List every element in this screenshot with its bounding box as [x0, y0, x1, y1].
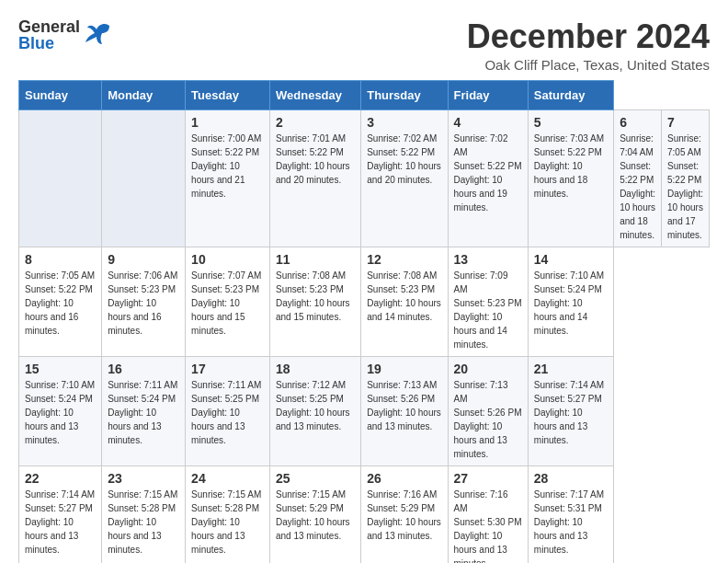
day-info: Sunrise: 7:06 AMSunset: 5:23 PMDaylight:… — [108, 269, 179, 338]
day-number: 10 — [191, 252, 264, 267]
day-info: Sunrise: 7:12 AMSunset: 5:25 PMDaylight:… — [276, 378, 355, 433]
day-info: Sunrise: 7:01 AMSunset: 5:22 PMDaylight:… — [276, 132, 355, 187]
day-number: 26 — [367, 471, 441, 486]
day-number: 6 — [620, 115, 655, 130]
day-info: Sunrise: 7:16 AMSunset: 5:29 PMDaylight:… — [367, 488, 441, 543]
title-block: December 2024 Oak Cliff Place, Texas, Un… — [467, 18, 710, 73]
day-number: 19 — [367, 362, 441, 376]
weekday-header-thursday: Thursday — [361, 80, 448, 109]
day-number: 25 — [276, 471, 355, 486]
day-number: 14 — [534, 252, 608, 267]
day-info: Sunrise: 7:13 AMSunset: 5:26 PMDaylight:… — [367, 378, 441, 433]
day-cell-6: 6Sunrise: 7:04 AMSunset: 5:22 PMDaylight… — [614, 109, 662, 247]
day-cell-18: 18Sunrise: 7:12 AMSunset: 5:25 PMDayligh… — [270, 356, 361, 465]
day-number: 12 — [367, 252, 441, 267]
day-info: Sunrise: 7:14 AMSunset: 5:27 PMDaylight:… — [534, 378, 608, 447]
day-number: 21 — [534, 362, 608, 376]
day-cell-12: 12Sunrise: 7:08 AMSunset: 5:23 PMDayligh… — [361, 247, 448, 356]
day-info: Sunrise: 7:10 AMSunset: 5:24 PMDaylight:… — [534, 269, 608, 338]
day-cell-27: 27Sunrise: 7:16 AMSunset: 5:30 PMDayligh… — [448, 465, 528, 563]
day-info: Sunrise: 7:13 AMSunset: 5:26 PMDaylight:… — [454, 378, 522, 461]
empty-cell — [19, 109, 102, 247]
day-number: 11 — [276, 252, 355, 267]
day-number: 18 — [276, 362, 355, 376]
day-cell-17: 17Sunrise: 7:11 AMSunset: 5:25 PMDayligh… — [186, 356, 270, 465]
day-number: 2 — [276, 115, 355, 130]
day-info: Sunrise: 7:11 AMSunset: 5:25 PMDaylight:… — [191, 378, 264, 447]
day-cell-26: 26Sunrise: 7:16 AMSunset: 5:29 PMDayligh… — [361, 465, 448, 563]
day-info: Sunrise: 7:15 AMSunset: 5:28 PMDaylight:… — [191, 488, 264, 557]
day-info: Sunrise: 7:11 AMSunset: 5:24 PMDaylight:… — [108, 378, 179, 447]
day-info: Sunrise: 7:15 AMSunset: 5:28 PMDaylight:… — [108, 488, 179, 557]
day-number: 13 — [454, 252, 522, 267]
day-info: Sunrise: 7:17 AMSunset: 5:31 PMDaylight:… — [534, 488, 608, 557]
day-cell-4: 4Sunrise: 7:02 AMSunset: 5:22 PMDaylight… — [448, 109, 528, 247]
day-number: 5 — [534, 115, 608, 130]
day-cell-20: 20Sunrise: 7:13 AMSunset: 5:26 PMDayligh… — [448, 356, 528, 465]
logo: General Blue — [18, 18, 113, 52]
day-cell-2: 2Sunrise: 7:01 AMSunset: 5:22 PMDaylight… — [270, 109, 361, 247]
day-number: 17 — [191, 362, 264, 376]
day-cell-22: 22Sunrise: 7:14 AMSunset: 5:27 PMDayligh… — [19, 465, 102, 563]
day-info: Sunrise: 7:09 AMSunset: 5:23 PMDaylight:… — [454, 269, 522, 351]
logo-general: General — [18, 18, 80, 35]
day-number: 7 — [667, 115, 703, 130]
day-cell-21: 21Sunrise: 7:14 AMSunset: 5:27 PMDayligh… — [528, 356, 613, 465]
empty-cell — [102, 109, 186, 247]
day-number: 1 — [191, 115, 264, 130]
day-number: 22 — [25, 471, 96, 486]
day-info: Sunrise: 7:14 AMSunset: 5:27 PMDaylight:… — [25, 488, 96, 557]
day-info: Sunrise: 7:02 AMSunset: 5:22 PMDaylight:… — [367, 132, 441, 187]
day-cell-25: 25Sunrise: 7:15 AMSunset: 5:29 PMDayligh… — [270, 465, 361, 563]
day-number: 16 — [108, 362, 179, 376]
day-number: 24 — [191, 471, 264, 486]
day-cell-5: 5Sunrise: 7:03 AMSunset: 5:22 PMDaylight… — [528, 109, 613, 247]
day-info: Sunrise: 7:05 AMSunset: 5:22 PMDaylight:… — [667, 132, 703, 242]
calendar-week-3: 15Sunrise: 7:10 AMSunset: 5:24 PMDayligh… — [19, 356, 710, 465]
day-cell-14: 14Sunrise: 7:10 AMSunset: 5:24 PMDayligh… — [528, 247, 613, 356]
day-cell-16: 16Sunrise: 7:11 AMSunset: 5:24 PMDayligh… — [102, 356, 186, 465]
calendar-table: SundayMondayTuesdayWednesdayThursdayFrid… — [18, 80, 710, 563]
weekday-header-wednesday: Wednesday — [270, 80, 361, 109]
day-info: Sunrise: 7:10 AMSunset: 5:24 PMDaylight:… — [25, 378, 96, 447]
day-info: Sunrise: 7:04 AMSunset: 5:22 PMDaylight:… — [620, 132, 655, 242]
day-number: 3 — [367, 115, 441, 130]
day-number: 9 — [108, 252, 179, 267]
day-cell-3: 3Sunrise: 7:02 AMSunset: 5:22 PMDaylight… — [361, 109, 448, 247]
day-info: Sunrise: 7:05 AMSunset: 5:22 PMDaylight:… — [25, 269, 96, 338]
weekday-header-friday: Friday — [448, 80, 528, 109]
day-cell-13: 13Sunrise: 7:09 AMSunset: 5:23 PMDayligh… — [448, 247, 528, 356]
day-cell-15: 15Sunrise: 7:10 AMSunset: 5:24 PMDayligh… — [19, 356, 102, 465]
day-cell-1: 1Sunrise: 7:00 AMSunset: 5:22 PMDaylight… — [186, 109, 270, 247]
day-cell-10: 10Sunrise: 7:07 AMSunset: 5:23 PMDayligh… — [186, 247, 270, 356]
page-header: General Blue December 2024 Oak Cliff Pla… — [18, 18, 710, 73]
weekday-header-saturday: Saturday — [528, 80, 613, 109]
calendar-week-2: 8Sunrise: 7:05 AMSunset: 5:22 PMDaylight… — [19, 247, 710, 356]
weekday-header-monday: Monday — [102, 80, 186, 109]
day-cell-7: 7Sunrise: 7:05 AMSunset: 5:22 PMDaylight… — [662, 109, 710, 247]
calendar-week-4: 22Sunrise: 7:14 AMSunset: 5:27 PMDayligh… — [19, 465, 710, 563]
weekday-header-tuesday: Tuesday — [186, 80, 270, 109]
day-info: Sunrise: 7:08 AMSunset: 5:23 PMDaylight:… — [276, 269, 355, 324]
day-cell-23: 23Sunrise: 7:15 AMSunset: 5:28 PMDayligh… — [102, 465, 186, 563]
day-cell-28: 28Sunrise: 7:17 AMSunset: 5:31 PMDayligh… — [528, 465, 613, 563]
day-cell-11: 11Sunrise: 7:08 AMSunset: 5:23 PMDayligh… — [270, 247, 361, 356]
day-number: 20 — [454, 362, 522, 376]
day-info: Sunrise: 7:00 AMSunset: 5:22 PMDaylight:… — [191, 132, 264, 201]
day-info: Sunrise: 7:03 AMSunset: 5:22 PMDaylight:… — [534, 132, 608, 201]
day-cell-24: 24Sunrise: 7:15 AMSunset: 5:28 PMDayligh… — [186, 465, 270, 563]
weekday-header-sunday: Sunday — [19, 80, 102, 109]
weekday-header-row: SundayMondayTuesdayWednesdayThursdayFrid… — [19, 80, 710, 109]
logo-bird-icon — [84, 18, 113, 48]
day-info: Sunrise: 7:15 AMSunset: 5:29 PMDaylight:… — [276, 488, 355, 543]
day-number: 28 — [534, 471, 608, 486]
month-title: December 2024 — [467, 18, 710, 55]
location: Oak Cliff Place, Texas, United States — [467, 57, 710, 73]
day-number: 8 — [25, 252, 96, 267]
day-info: Sunrise: 7:07 AMSunset: 5:23 PMDaylight:… — [191, 269, 264, 338]
day-number: 15 — [25, 362, 96, 376]
day-cell-19: 19Sunrise: 7:13 AMSunset: 5:26 PMDayligh… — [361, 356, 448, 465]
day-number: 4 — [454, 115, 522, 130]
day-info: Sunrise: 7:08 AMSunset: 5:23 PMDaylight:… — [367, 269, 441, 324]
day-cell-9: 9Sunrise: 7:06 AMSunset: 5:23 PMDaylight… — [102, 247, 186, 356]
